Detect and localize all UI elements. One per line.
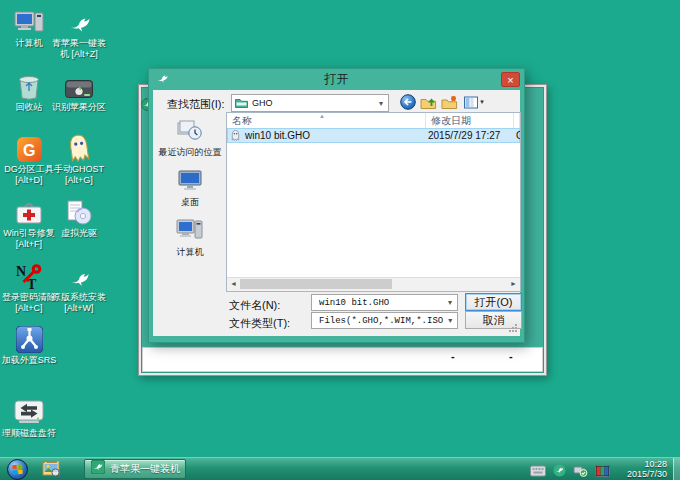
column-header-name[interactable]: 名称 [227,113,426,128]
taskbar: 青苹果一键装机 10:28 2015/7/30 [0,457,680,480]
computer-icon [176,218,204,244]
file-name-combobox[interactable]: win10 bit.GHO ▾ [311,294,458,311]
green-apple-icon [91,460,105,478]
look-in-combobox[interactable]: GHO ▾ [231,94,389,112]
app-bird-icon [155,72,169,88]
show-desktop-button[interactable] [673,458,680,480]
back-button[interactable] [399,94,416,110]
desktop-icon-drive-letter[interactable]: 理顺磁盘盘符 [0,396,58,439]
scrollbar-thumb[interactable] [240,279,392,289]
chevron-down-icon[interactable]: ▾ [443,298,457,307]
desktop-icon-virtual-cdrom[interactable]: 虚拟光驱 [50,196,108,239]
firewire-icon [0,323,58,353]
desktop-icon-label: 原版系统安装[Alt+W] [50,292,108,314]
file-modified: 2015/7/29 17:27 [428,130,516,141]
ghost-icon [50,132,108,162]
start-button[interactable] [7,459,28,480]
dialog-body: 查找范围(I): GHO ▾ ▾ 最近访问的位置 桌面 计算机 [153,90,520,336]
desktop-icon-label: 手动GHOST[Alt+G] [50,164,108,186]
dialog-toolbar: ▾ [399,94,486,110]
desktop-icon-label: 识别苹果分区 [50,102,108,113]
desktop-icon-label: 理顺磁盘盘符 [0,428,58,439]
place-desktop[interactable]: 桌面 [155,170,225,207]
svg-text:N: N [16,264,26,279]
hard-disk-icon [50,70,108,100]
place-label: 计算机 [177,247,204,257]
file-name-label: 文件名(N): [229,298,280,313]
desktop-icon-label: 虚拟光驱 [50,228,108,239]
recent-places-icon [176,118,204,144]
column-header-modified[interactable]: 修改日期 [426,113,514,128]
place-label: 最近访问的位置 [159,147,222,157]
scroll-left-icon[interactable]: ◄ [227,278,240,290]
close-icon[interactable]: × [501,72,520,87]
status-dash: - [509,350,513,362]
folder-icon [235,97,248,110]
new-folder-button[interactable] [441,94,458,110]
file-type: GHO [516,130,520,141]
look-in-value: GHO [252,98,273,108]
apple-tray-icon[interactable] [553,463,566,480]
file-list-header: 名称 修改日期 类型 [227,113,520,128]
file-name: win10 bit.GHO [241,130,428,141]
views-menu-button[interactable]: ▾ [462,94,486,110]
taskbar-clock[interactable]: 10:28 2015/7/30 [627,459,667,479]
desktop-icon-label: 加载外置SRS [0,355,58,366]
file-type-value: Files(*.GHO,*.WIM,*.ISO) [319,316,444,326]
scroll-right-icon[interactable]: ► [507,278,520,290]
display-settings-icon[interactable] [595,463,610,480]
file-type-combobox[interactable]: Files(*.GHO,*.WIM,*.ISO) ▾ [311,312,458,329]
up-one-level-button[interactable] [420,94,437,110]
clock-time: 10:28 [627,459,667,469]
keyboard-icon[interactable] [530,463,546,480]
horizontal-scrollbar[interactable]: ◄ ► [227,277,520,291]
desktop-icon-original-install[interactable]: 原版系统安装[Alt+W] [50,260,108,314]
desktop-monitor-icon [177,170,203,194]
white-bird-icon [50,6,108,36]
drive-arrows-icon [0,396,58,426]
usb-safely-remove-icon[interactable] [573,463,588,480]
background-window-statusbar: - - [142,347,543,372]
file-row-selected[interactable]: win10 bit.GHO 2015/7/29 17:27 GHO [227,128,520,143]
desktop-icon-label: 青苹果一键装机 [Alt+Z] [50,38,108,60]
chevron-down-icon[interactable]: ▾ [374,99,388,108]
look-in-label: 查找范围(I): [167,97,224,112]
status-dash: - [451,350,455,362]
cd-disc-icon [50,196,108,226]
file-type-label: 文件类型(T): [229,316,290,331]
places-bar: 最近访问的位置 桌面 计算机 [155,116,225,257]
desktop: { "desktop": { "icons": [ {"icon":"compu… [0,0,680,480]
dialog-titlebar[interactable]: 打开 × [149,69,524,90]
desktop-icon-qingpingguo-installer[interactable]: 青苹果一键装机 [Alt+Z] [50,6,108,60]
desktop-icon-external-srs[interactable]: 加载外置SRS [0,323,58,366]
sort-ascending-icon: ▲ [319,113,325,119]
dialog-title: 打开 [325,71,349,88]
ghost-file-icon [230,130,241,141]
desktop-icon-apple-partition[interactable]: 识别苹果分区 [50,70,108,113]
column-header-type[interactable]: 类型 [514,113,520,128]
chevron-down-icon: ▾ [480,98,484,106]
chevron-down-icon[interactable]: ▾ [444,316,457,325]
place-computer[interactable]: 计算机 [155,218,225,257]
place-label: 桌面 [181,197,199,207]
file-name-value: win10 bit.GHO [319,298,389,308]
white-bird-icon [50,260,108,290]
resize-grip[interactable] [509,323,518,335]
file-list: 名称 修改日期 类型 ▲ win10 bit.GHO 2015/7/29 17:… [226,112,521,292]
image-tool-icon[interactable] [42,460,62,480]
clock-date: 2015/7/30 [627,469,667,479]
open-dialog: 打开 × 查找范围(I): GHO ▾ ▾ 最近访问的位置 桌面 [148,68,525,343]
open-button[interactable]: 打开(O) [465,293,522,311]
system-tray [530,463,610,480]
taskbar-button-label: 青苹果一键装机 [110,462,180,476]
place-recent[interactable]: 最近访问的位置 [155,118,225,157]
svg-text:G: G [23,142,35,159]
taskbar-button-active[interactable]: 青苹果一键装机 [84,459,186,479]
desktop-icon-manual-ghost[interactable]: 手动GHOST[Alt+G] [50,132,108,186]
